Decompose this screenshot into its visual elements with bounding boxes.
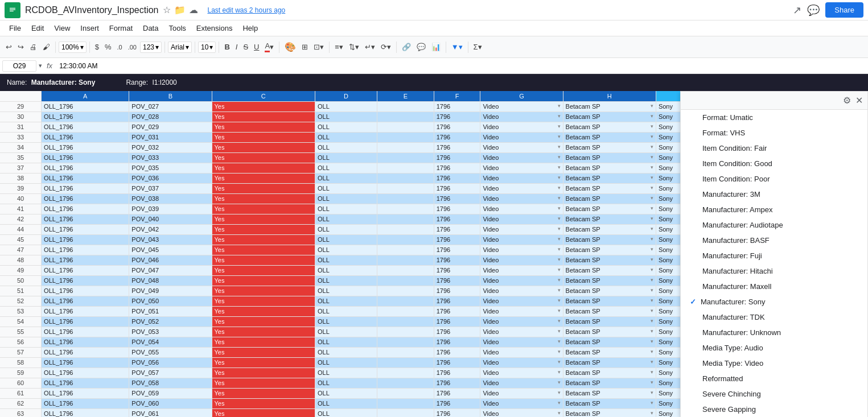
cell-g[interactable]: Video▾ [480, 306, 563, 316]
cell-a[interactable]: OLL_1796 [42, 388, 129, 398]
cell-c[interactable]: Yes [212, 388, 315, 398]
cell-f[interactable]: 1796 [434, 368, 480, 378]
cell-g[interactable]: Video▾ [480, 337, 563, 347]
cell-b[interactable]: POV_059 [129, 388, 212, 398]
folder-icon[interactable]: 📁 [174, 5, 186, 15]
cell-h[interactable]: Betacam SP▾ [563, 183, 656, 193]
cell-g[interactable]: Video▾ [480, 112, 563, 122]
cell-h[interactable]: Betacam SP▾ [563, 101, 656, 112]
cell-e[interactable] [377, 214, 434, 224]
menu-item-insert[interactable]: Insert [76, 23, 104, 34]
cell-d[interactable]: OLL [315, 296, 377, 306]
cell-g[interactable]: Video▾ [480, 173, 563, 183]
doc-title[interactable]: RCDOB_AVInventory_Inspection [25, 5, 158, 15]
cell-d[interactable]: OLL [315, 112, 377, 122]
filter-item[interactable]: Item Condition: Good [681, 156, 867, 171]
cell-c[interactable]: Yes [212, 378, 315, 388]
cell-d[interactable]: OLL [315, 408, 377, 417]
cell-d[interactable]: OLL [315, 316, 377, 327]
cell-a[interactable]: OLL_1796 [42, 327, 129, 337]
cell-h[interactable]: Betacam SP▾ [563, 316, 656, 327]
cell-e[interactable] [377, 337, 434, 347]
cell-e[interactable] [377, 368, 434, 378]
cell-h[interactable]: Betacam SP▾ [563, 275, 656, 286]
cell-g[interactable]: Video▾ [480, 255, 563, 265]
col-header-e[interactable]: E [377, 91, 434, 101]
cell-b[interactable]: POV_049 [129, 286, 212, 296]
cell-c[interactable]: Yes [212, 398, 315, 408]
cell-f[interactable]: 1796 [434, 173, 480, 183]
filter-item[interactable]: Manufacturer: Maxell [681, 279, 867, 294]
cell-f[interactable]: 1796 [434, 101, 480, 112]
filter-item[interactable]: Severe Gapping [681, 402, 867, 417]
cell-g[interactable]: Video▾ [480, 163, 563, 173]
merge-cells-button[interactable]: ⊡▾ [311, 42, 326, 52]
cell-c[interactable]: Yes [212, 327, 315, 337]
decimal-dec-button[interactable]: .0 [115, 43, 125, 52]
cell-f[interactable]: 1796 [434, 316, 480, 327]
cell-e[interactable] [377, 173, 434, 183]
percent-button[interactable]: % [102, 42, 114, 52]
chart-button[interactable]: 📊 [429, 42, 443, 52]
cell-f[interactable]: 1796 [434, 275, 480, 286]
filter-item[interactable]: ✓Manufacturer: Sony [681, 294, 867, 309]
cell-a[interactable]: OLL_1796 [42, 142, 129, 152]
cell-c[interactable]: Yes [212, 173, 315, 183]
cell-a[interactable]: OLL_1796 [42, 132, 129, 142]
cell-b[interactable]: POV_039 [129, 204, 212, 214]
cell-c[interactable]: Yes [212, 112, 315, 122]
cell-d[interactable]: OLL [315, 357, 377, 368]
cell-h[interactable]: Betacam SP▾ [563, 193, 656, 204]
cell-g[interactable]: Video▾ [480, 388, 563, 398]
cell-a[interactable]: OLL_1796 [42, 275, 129, 286]
cell-h[interactable]: Betacam SP▾ [563, 408, 656, 417]
cell-g[interactable]: Video▾ [480, 183, 563, 193]
filter-item[interactable]: Manufacturer: TDK [681, 309, 867, 325]
italic-button[interactable]: I [233, 42, 240, 52]
cell-c[interactable]: Yes [212, 368, 315, 378]
cell-a[interactable]: OLL_1796 [42, 255, 129, 265]
cell-a[interactable]: OLL_1796 [42, 347, 129, 357]
cell-h[interactable]: Betacam SP▾ [563, 378, 656, 388]
menu-item-tools[interactable]: Tools [164, 23, 190, 34]
cell-b[interactable]: POV_058 [129, 378, 212, 388]
cell-b[interactable]: POV_042 [129, 224, 212, 234]
cell-h[interactable]: Betacam SP▾ [563, 234, 656, 245]
cell-h[interactable]: Betacam SP▾ [563, 132, 656, 142]
cell-b[interactable]: POV_056 [129, 357, 212, 368]
cell-h[interactable]: Betacam SP▾ [563, 347, 656, 357]
cell-b[interactable]: POV_061 [129, 408, 212, 417]
cell-b[interactable]: POV_031 [129, 132, 212, 142]
cell-h[interactable]: Betacam SP▾ [563, 112, 656, 122]
cell-g[interactable]: Video▾ [480, 214, 563, 224]
cell-g[interactable]: Video▾ [480, 245, 563, 255]
decimal-inc-button[interactable]: .00 [126, 43, 139, 52]
cell-f[interactable]: 1796 [434, 327, 480, 337]
cell-a[interactable]: OLL_1796 [42, 296, 129, 306]
close-icon[interactable]: ✕ [855, 95, 863, 106]
cell-h[interactable]: Betacam SP▾ [563, 245, 656, 255]
cell-c[interactable]: Yes [212, 265, 315, 275]
cell-e[interactable] [377, 388, 434, 398]
cell-h[interactable]: Betacam SP▾ [563, 265, 656, 275]
cell-c[interactable]: Yes [212, 183, 315, 193]
cell-d[interactable]: OLL [315, 337, 377, 347]
cell-f[interactable]: 1796 [434, 255, 480, 265]
cell-f[interactable]: 1796 [434, 214, 480, 224]
cell-g[interactable]: Video▾ [480, 204, 563, 214]
cell-d[interactable]: OLL [315, 398, 377, 408]
menu-item-edit[interactable]: Edit [27, 23, 48, 34]
cell-b[interactable]: POV_036 [129, 173, 212, 183]
cloud-icon[interactable]: ☁ [189, 5, 198, 15]
cell-e[interactable] [377, 193, 434, 204]
cell-b[interactable]: POV_055 [129, 347, 212, 357]
cell-e[interactable] [377, 378, 434, 388]
cell-g[interactable]: Video▾ [480, 286, 563, 296]
cell-e[interactable] [377, 357, 434, 368]
cell-g[interactable]: Video▾ [480, 122, 563, 132]
cell-d[interactable]: OLL [315, 101, 377, 112]
cell-c[interactable]: Yes [212, 132, 315, 142]
cell-c[interactable]: Yes [212, 337, 315, 347]
cell-c[interactable]: Yes [212, 347, 315, 357]
col-header-f[interactable]: F [434, 91, 480, 101]
